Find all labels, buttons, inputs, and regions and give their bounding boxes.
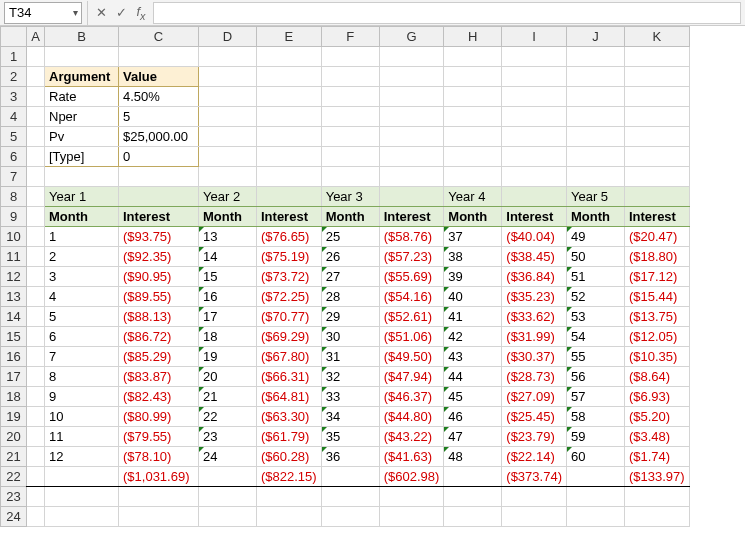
year-title[interactable]: Year 3 [321, 187, 379, 207]
interest-cell[interactable]: ($93.75) [119, 227, 199, 247]
cell[interactable] [566, 47, 624, 67]
month-cell[interactable]: 12 [45, 447, 119, 467]
year-total[interactable]: ($373.74) [502, 467, 567, 487]
formula-input[interactable] [153, 2, 741, 24]
interest-cell[interactable]: ($88.13) [119, 307, 199, 327]
month-cell[interactable]: 2 [45, 247, 119, 267]
month-cell[interactable]: 34 [321, 407, 379, 427]
cell[interactable] [27, 147, 45, 167]
interest-cell[interactable]: ($8.64) [624, 367, 689, 387]
cell[interactable] [257, 47, 322, 67]
interest-cell[interactable]: ($10.35) [624, 347, 689, 367]
cell[interactable] [321, 47, 379, 67]
argument-name[interactable]: [Type] [45, 147, 119, 167]
month-cell[interactable]: 8 [45, 367, 119, 387]
interest-cell[interactable]: ($38.45) [502, 247, 567, 267]
chevron-down-icon[interactable]: ▾ [73, 7, 78, 18]
cell[interactable] [321, 167, 379, 187]
cell[interactable] [257, 487, 322, 507]
row-header[interactable]: 9 [1, 207, 27, 227]
cell[interactable] [45, 467, 119, 487]
interest-cell[interactable]: ($46.37) [379, 387, 444, 407]
month-cell[interactable]: 5 [45, 307, 119, 327]
cell[interactable] [379, 87, 444, 107]
cell[interactable] [27, 47, 45, 67]
cell[interactable] [199, 507, 257, 527]
month-cell[interactable]: 15 [199, 267, 257, 287]
month-cell[interactable]: 19 [199, 347, 257, 367]
cell[interactable] [199, 87, 257, 107]
cell[interactable] [27, 327, 45, 347]
month-cell[interactable]: 60 [566, 447, 624, 467]
month-cell[interactable]: 46 [444, 407, 502, 427]
cell[interactable] [379, 47, 444, 67]
col-header[interactable]: J [566, 27, 624, 47]
cell[interactable] [257, 67, 322, 87]
interest-cell[interactable]: ($51.06) [379, 327, 444, 347]
cell[interactable] [566, 507, 624, 527]
row-header[interactable]: 2 [1, 67, 27, 87]
cell[interactable] [321, 507, 379, 527]
month-cell[interactable]: 53 [566, 307, 624, 327]
interest-cell[interactable]: ($85.29) [119, 347, 199, 367]
month-cell[interactable]: 26 [321, 247, 379, 267]
cell[interactable] [566, 467, 624, 487]
month-cell[interactable]: 58 [566, 407, 624, 427]
month-cell[interactable]: 42 [444, 327, 502, 347]
cell[interactable] [624, 127, 689, 147]
argument-name[interactable]: Rate [45, 87, 119, 107]
row-header[interactable]: 22 [1, 467, 27, 487]
interest-cell[interactable]: ($27.09) [502, 387, 567, 407]
interest-cell[interactable]: ($83.87) [119, 367, 199, 387]
month-cell[interactable]: 57 [566, 387, 624, 407]
month-cell[interactable]: 13 [199, 227, 257, 247]
row-header[interactable]: 3 [1, 87, 27, 107]
cell[interactable] [502, 47, 567, 67]
year-title[interactable]: Year 4 [444, 187, 502, 207]
cell[interactable] [257, 127, 322, 147]
cell[interactable] [321, 67, 379, 87]
cell[interactable] [502, 127, 567, 147]
interest-cell[interactable]: ($54.16) [379, 287, 444, 307]
interest-cell[interactable]: ($43.22) [379, 427, 444, 447]
cell[interactable] [444, 507, 502, 527]
year-total[interactable]: ($602.98) [379, 467, 444, 487]
interest-cell[interactable]: ($40.04) [502, 227, 567, 247]
cell[interactable] [119, 187, 199, 207]
interest-header[interactable]: Interest [502, 207, 567, 227]
month-cell[interactable]: 10 [45, 407, 119, 427]
cell[interactable] [444, 67, 502, 87]
row-header[interactable]: 15 [1, 327, 27, 347]
month-cell[interactable]: 40 [444, 287, 502, 307]
spreadsheet-grid[interactable]: A B C D E F G H I J K 12ArgumentValue3Ra… [0, 26, 690, 527]
cell[interactable] [257, 107, 322, 127]
cell[interactable] [444, 487, 502, 507]
cell[interactable] [321, 107, 379, 127]
cell[interactable] [444, 127, 502, 147]
col-header[interactable]: H [444, 27, 502, 47]
cell[interactable] [444, 167, 502, 187]
interest-cell[interactable]: ($20.47) [624, 227, 689, 247]
row-header[interactable]: 16 [1, 347, 27, 367]
cell[interactable] [199, 467, 257, 487]
interest-cell[interactable]: ($79.55) [119, 427, 199, 447]
cell[interactable] [27, 467, 45, 487]
interest-cell[interactable]: ($55.69) [379, 267, 444, 287]
row-header[interactable]: 14 [1, 307, 27, 327]
interest-cell[interactable]: ($15.44) [624, 287, 689, 307]
cell[interactable] [119, 47, 199, 67]
cell[interactable] [27, 407, 45, 427]
cell[interactable] [27, 347, 45, 367]
interest-cell[interactable]: ($41.63) [379, 447, 444, 467]
interest-cell[interactable]: ($70.77) [257, 307, 322, 327]
cell[interactable] [257, 167, 322, 187]
cell[interactable] [566, 67, 624, 87]
cell[interactable] [444, 467, 502, 487]
cell[interactable] [566, 107, 624, 127]
interest-cell[interactable]: ($28.73) [502, 367, 567, 387]
month-cell[interactable]: 51 [566, 267, 624, 287]
interest-cell[interactable]: ($44.80) [379, 407, 444, 427]
month-cell[interactable]: 31 [321, 347, 379, 367]
cell[interactable] [257, 87, 322, 107]
interest-cell[interactable]: ($67.80) [257, 347, 322, 367]
